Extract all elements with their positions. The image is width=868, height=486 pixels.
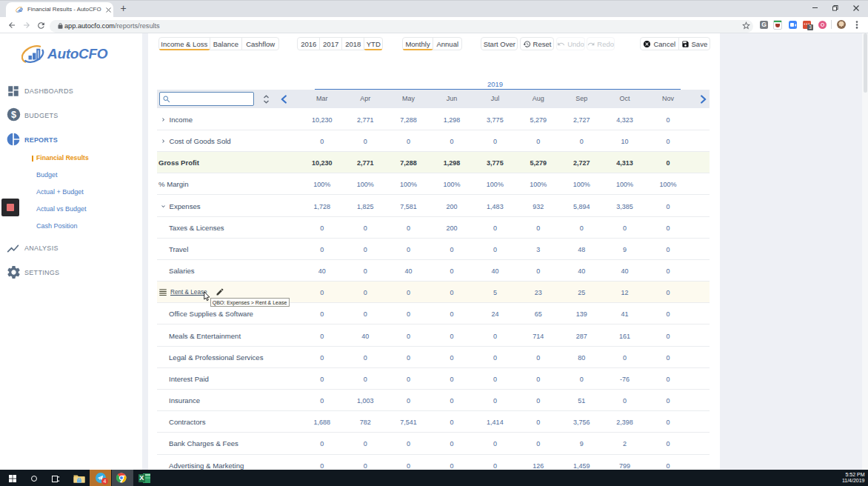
svg-text:$: $ [11, 110, 16, 120]
